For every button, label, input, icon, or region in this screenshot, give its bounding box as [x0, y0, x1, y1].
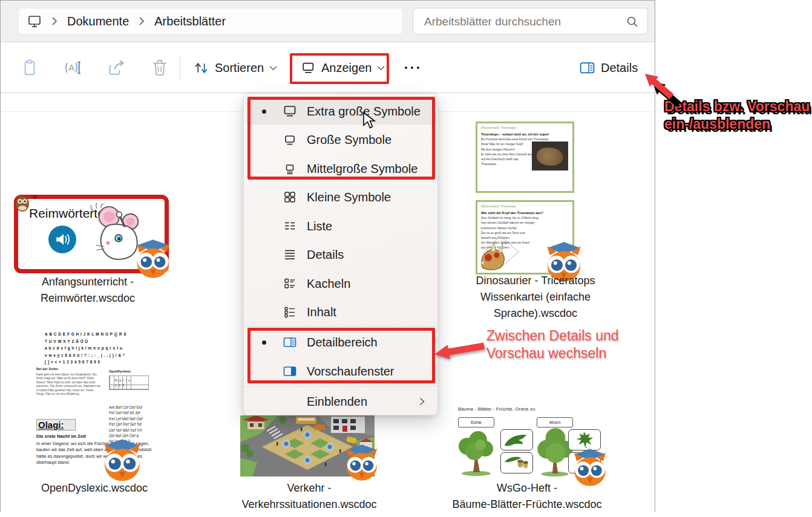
chevron-right-icon	[139, 16, 145, 26]
alphabet-block: A B C D E F G H I J K L M N O P Q R ST U…	[45, 331, 126, 366]
screenshot-canvas: Dokumente Arbeitsblätter	[0, 0, 812, 517]
file-label[interactable]: Anfangsunterricht -Reimwörter.wscdoc	[13, 274, 163, 307]
menu-item-list[interactable]: Liste	[246, 213, 436, 239]
menu-separator	[244, 326, 437, 327]
oak-tree-illustration	[454, 428, 498, 476]
annotation-arrow-details	[633, 65, 699, 117]
paste-icon[interactable]	[20, 58, 39, 77]
menu-item-show[interactable]: Einblenden	[246, 388, 436, 415]
file-label[interactable]: Dinosaurier - TriceratopsWissenkartei (e…	[458, 273, 613, 322]
toolbar-separator	[180, 56, 180, 80]
search-box[interactable]	[413, 8, 648, 34]
breadcrumb-item-arbeitsblaetter[interactable]: Arbeitsblätter	[154, 15, 226, 28]
delete-icon[interactable]	[150, 58, 169, 77]
menu-item-content[interactable]: Inhalt	[246, 299, 436, 325]
svg-text:3 m: 3 m	[502, 241, 506, 245]
maple-leaf-icon	[572, 431, 596, 449]
details-pane-icon	[579, 60, 595, 76]
details-view-icon	[283, 247, 297, 262]
file-label[interactable]: Verkehr -Verkehrssituationen.wscdoc	[237, 480, 382, 513]
breadcrumb-item-dokumente[interactable]: Dokumente	[67, 15, 129, 28]
menu-item-details[interactable]: Details	[246, 241, 436, 268]
details-toggle-label: Details	[601, 61, 638, 75]
olagi-field: Olagi:	[36, 419, 76, 431]
file-thumbnail-wsgo[interactable]: Bäume - Blätter - Früchte. Ordne zu: Eic…	[453, 402, 604, 478]
list-view-icon	[283, 219, 297, 233]
svg-text:A: A	[68, 63, 74, 73]
file-thumbnail-verkehr[interactable]	[240, 415, 375, 476]
details-toggle-button[interactable]: Details	[579, 53, 638, 82]
audio-button[interactable]	[48, 226, 76, 253]
file-thumbnail-reimwoerter[interactable]: D Reimwörtertest	[14, 195, 169, 273]
chevron-right-icon	[419, 397, 425, 406]
tiles-view-icon	[283, 276, 297, 291]
annotation-switch-panes: Zwischen Details und Vorschau wechseln	[486, 327, 638, 362]
letter-grid: Hallo 123	[109, 376, 149, 390]
search-icon	[626, 15, 639, 28]
speaker-icon	[54, 231, 71, 248]
bottom-heading: Die erste Nacht im Zelt	[36, 434, 86, 439]
oak-leaf-icon	[503, 432, 529, 447]
this-pc-icon	[27, 14, 42, 28]
menu-item-tiles[interactable]: Kacheln	[246, 270, 436, 297]
menu-item-small-icons[interactable]: Kleine Symbole	[246, 184, 436, 210]
highlight-box-icon-sizes	[247, 97, 435, 180]
file-thumbnail-dino-card2[interactable]: Wissenskarte: Triceratops Wie sieht der …	[476, 200, 574, 275]
triceratops-illustration: 3 m	[479, 234, 521, 272]
address-bar[interactable]: Dokumente Arbeitsblätter	[18, 8, 403, 34]
right-heading: OpenDyslexic	[109, 369, 131, 373]
worksheet-heading: Bäume - Blätter - Früchte. Ordne zu:	[458, 406, 536, 412]
acorn-icon	[503, 455, 529, 470]
left-paragraph: Kathi geht mit ihren Eltern zur Kinderär…	[36, 373, 100, 396]
label-box-ahorn: Ahorn	[537, 417, 573, 428]
sort-button[interactable]: Sortieren	[193, 53, 277, 82]
content-view-icon	[283, 305, 297, 319]
sort-button-label: Sortieren	[215, 61, 264, 75]
highlight-box-view-button	[290, 53, 389, 84]
highlight-box-pane-options	[247, 328, 435, 383]
owl-mascot-icon	[133, 239, 173, 279]
see-more-icon[interactable]	[405, 67, 419, 69]
file-thumbnail-dino-card1[interactable]: Wissenskarte: Triceratops Triceratops – …	[476, 122, 574, 193]
card-header: Wissenskarte: Triceratops	[481, 204, 516, 208]
owl-mascot-icon	[343, 444, 381, 481]
file-thumbnail-opendyslexic[interactable]: A B C D E F G H I J K L M N O P Q R ST U…	[35, 327, 157, 478]
mouse-cursor	[362, 111, 378, 129]
share-icon[interactable]	[106, 58, 126, 77]
owl-mascot-icon	[100, 438, 144, 482]
chevron-right-icon	[51, 16, 57, 26]
card-header: Wissenskarte: Triceratops	[481, 126, 516, 129]
file-label[interactable]: WsGo-Heft -Bäume-Blätter-Früchte.wscdoc	[448, 480, 606, 513]
explorer-window: Dokumente Arbeitsblätter	[0, 0, 655, 512]
fossil-photo	[532, 141, 568, 171]
annotation-arrow-panes	[430, 337, 490, 366]
menu-separator	[244, 386, 437, 386]
file-label[interactable]: OpenDyslexic.wscdoc	[19, 480, 170, 496]
search-input[interactable]	[423, 13, 619, 31]
sort-icon	[193, 60, 209, 76]
rename-icon[interactable]: A	[63, 58, 82, 77]
chevron-down-icon	[269, 65, 277, 71]
navigation-bar: Dokumente Arbeitsblätter	[1, 1, 655, 42]
left-heading: Bei der Ärztin	[36, 367, 58, 371]
small-icons-icon	[283, 190, 297, 204]
label-box-eiche: Eiche	[458, 417, 494, 428]
corner-letter: D	[33, 194, 37, 200]
